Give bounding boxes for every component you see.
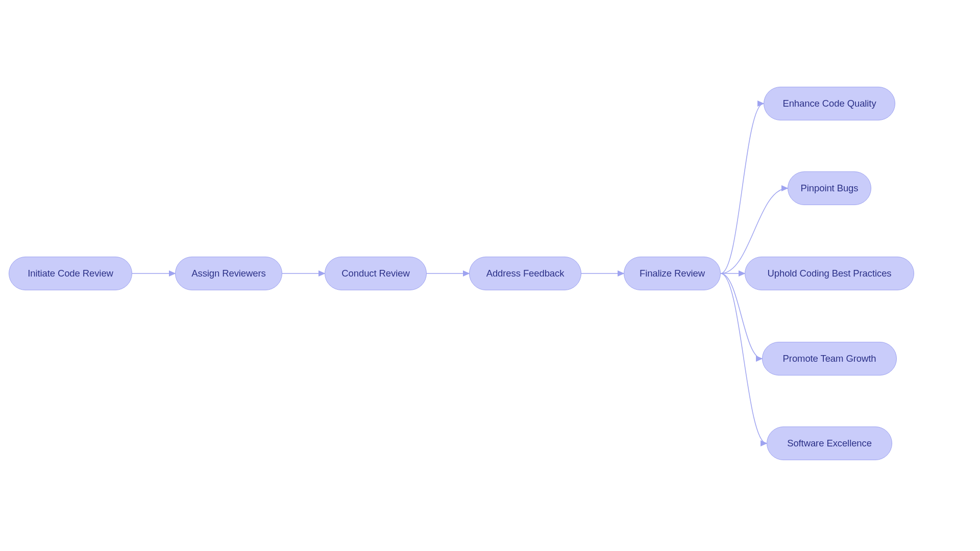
node-label: Pinpoint Bugs <box>801 183 859 194</box>
node-label: Enhance Code Quality <box>782 98 876 109</box>
node-label: Software Excellence <box>787 438 872 449</box>
node-n9: Promote Team Growth <box>762 342 897 375</box>
node-n5: Finalize Review <box>624 257 721 290</box>
node-n3: Conduct Review <box>325 257 427 290</box>
node-n1: Initiate Code Review <box>9 257 132 290</box>
node-n10: Software Excellence <box>767 427 892 460</box>
node-n4: Address Feedback <box>469 257 581 290</box>
edge-n5-n6 <box>721 104 764 273</box>
node-label: Promote Team Growth <box>783 353 876 364</box>
node-label: Uphold Coding Best Practices <box>768 268 892 279</box>
node-n6: Enhance Code Quality <box>764 87 895 120</box>
edge-n5-n10 <box>721 273 767 443</box>
node-n8: Uphold Coding Best Practices <box>745 257 914 290</box>
node-n7: Pinpoint Bugs <box>788 171 871 205</box>
node-label: Address Feedback <box>486 268 565 279</box>
flowchart-canvas: Initiate Code ReviewAssign ReviewersCond… <box>0 0 980 551</box>
node-label: Initiate Code Review <box>28 268 113 279</box>
node-label: Conduct Review <box>341 268 409 279</box>
node-label: Finalize Review <box>640 268 705 279</box>
node-label: Assign Reviewers <box>191 268 265 279</box>
node-n2: Assign Reviewers <box>175 257 282 290</box>
